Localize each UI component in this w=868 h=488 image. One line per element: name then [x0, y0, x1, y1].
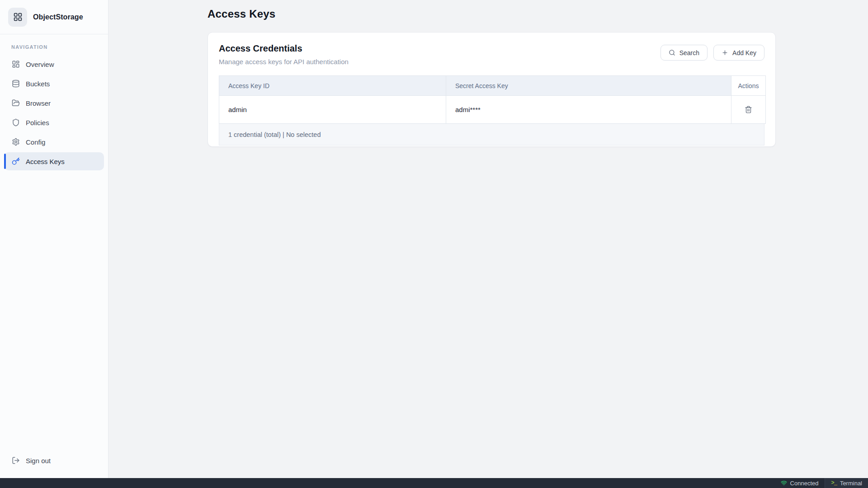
dashboard-grid-icon [11, 60, 20, 69]
page-title: Access Keys [208, 8, 868, 20]
sidebar-item-label: Policies [26, 119, 49, 127]
card-actions: Search Add Key [660, 43, 764, 61]
connection-status: Connected [774, 478, 825, 488]
sidebar: ObjectStorage NAVIGATION Overview Bucket… [0, 0, 108, 478]
brand-name: ObjectStorage [33, 13, 83, 21]
sign-out-label: Sign out [26, 457, 51, 465]
gear-icon [11, 138, 20, 146]
sidebar-item-config[interactable]: Config [4, 133, 104, 151]
status-bar: Connected >_ Terminal [0, 478, 868, 488]
nav-section-label: NAVIGATION [11, 44, 108, 50]
terminal-label: Terminal [840, 480, 862, 487]
sidebar-item-buckets[interactable]: Buckets [4, 75, 104, 93]
cell-actions [731, 96, 766, 124]
cell-access-key-id: admin [219, 96, 446, 124]
connection-status-label: Connected [790, 480, 819, 487]
sidebar-item-label: Buckets [26, 80, 50, 88]
credentials-table: Access Key ID Secret Access Key Actions … [219, 75, 764, 145]
content-row: ObjectStorage NAVIGATION Overview Bucket… [0, 0, 868, 478]
main-content: Access Keys Access Credentials Manage ac… [108, 0, 868, 478]
sidebar-item-overview[interactable]: Overview [4, 55, 104, 73]
search-button[interactable]: Search [660, 45, 708, 61]
terminal-toggle[interactable]: >_ Terminal [825, 478, 868, 488]
sidebar-item-browser[interactable]: Browser [4, 94, 104, 112]
folder-open-icon [11, 99, 20, 108]
sidebar-item-policies[interactable]: Policies [4, 113, 104, 131]
column-header-access-key-id: Access Key ID [219, 76, 446, 96]
card-heading-group: Access Credentials Manage access keys fo… [219, 43, 349, 66]
table-row[interactable]: admin admi**** [219, 96, 766, 124]
app-root: ObjectStorage NAVIGATION Overview Bucket… [0, 0, 868, 488]
wifi-icon [781, 480, 787, 486]
table-header-row: Access Key ID Secret Access Key Actions [219, 76, 766, 96]
table-summary: 1 credential (total) | No selected [219, 124, 764, 145]
nav-section: NAVIGATION Overview Buckets Browser [0, 34, 108, 447]
card-subtitle: Manage access keys for API authenticatio… [219, 58, 349, 66]
sidebar-item-label: Overview [26, 61, 54, 68]
terminal-prompt-icon: >_ [831, 480, 836, 486]
search-icon [669, 49, 675, 56]
delete-key-button[interactable] [743, 104, 754, 115]
trash-icon [745, 106, 752, 113]
card-title: Access Credentials [219, 43, 349, 54]
key-icon [11, 157, 20, 166]
card-header: Access Credentials Manage access keys fo… [208, 33, 775, 75]
shield-icon [11, 118, 20, 127]
search-button-label: Search [679, 49, 699, 56]
plus-icon [722, 49, 728, 56]
access-credentials-card: Access Credentials Manage access keys fo… [208, 32, 776, 147]
sidebar-item-label: Config [26, 138, 45, 146]
column-header-secret-access-key: Secret Access Key [446, 76, 731, 96]
sign-out-button[interactable]: Sign out [4, 451, 104, 469]
column-header-actions: Actions [731, 76, 766, 96]
sidebar-item-access-keys[interactable]: Access Keys [4, 152, 104, 170]
cell-secret-access-key: admi**** [446, 96, 731, 124]
brand: ObjectStorage [0, 0, 108, 34]
sidebar-item-label: Browser [26, 99, 51, 107]
logout-icon [11, 456, 20, 465]
database-icon [11, 80, 20, 88]
sidebar-item-label: Access Keys [26, 158, 65, 165]
sidebar-footer: Sign out [0, 447, 108, 478]
add-key-button-label: Add Key [732, 49, 756, 56]
add-key-button[interactable]: Add Key [713, 45, 764, 61]
app-logo-grid-icon [8, 8, 27, 27]
nav-list: Overview Buckets Browser Policies [0, 55, 108, 170]
